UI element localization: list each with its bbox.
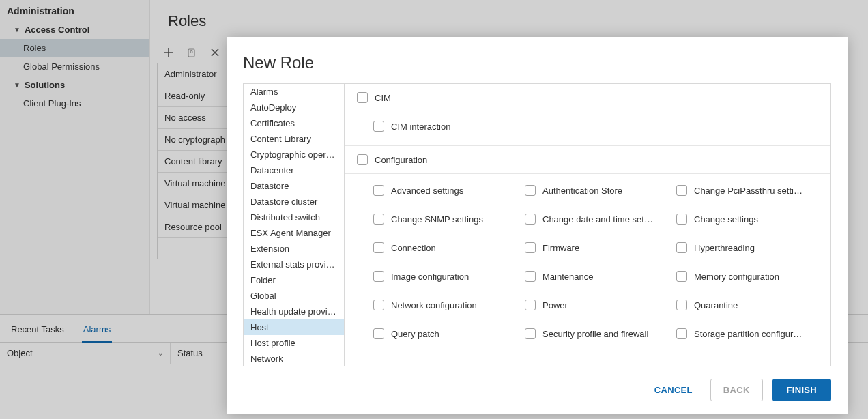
- permission-group-body: Advanced settingsAuthentication StoreCha…: [345, 174, 830, 356]
- checkbox[interactable]: [676, 328, 687, 339]
- checkbox[interactable]: [525, 242, 536, 253]
- category-item[interactable]: Certificates: [244, 115, 344, 131]
- permission-item[interactable]: Network configuration: [371, 293, 515, 317]
- category-item[interactable]: Datastore: [244, 178, 344, 194]
- checkbox[interactable]: [525, 328, 536, 339]
- back-button[interactable]: BACK: [710, 379, 763, 401]
- permission-label: Authentication Store: [542, 186, 622, 196]
- modal-title: New Role: [227, 37, 848, 78]
- modal-footer: CANCEL BACK FINISH: [227, 366, 848, 414]
- category-item[interactable]: ESX Agent Manager: [244, 225, 344, 241]
- permission-label: Image configuration: [391, 272, 469, 282]
- permission-item[interactable]: Authentication Store: [522, 178, 667, 203]
- button-label: FINISH: [787, 385, 817, 395]
- permission-item[interactable]: Query patch: [371, 321, 515, 346]
- checkbox[interactable]: [373, 121, 384, 132]
- finish-button[interactable]: FINISH: [772, 379, 831, 401]
- permission-item[interactable]: Power: [522, 293, 667, 317]
- category-item[interactable]: Datastore cluster: [244, 194, 344, 210]
- permission-label: Memory configuration: [694, 272, 779, 282]
- permission-label: Firmware: [542, 243, 579, 253]
- permission-group-body: CIM interaction: [345, 111, 830, 146]
- permission-group-label: CIM: [375, 93, 391, 103]
- permission-item[interactable]: Hyperthreading: [674, 235, 818, 260]
- category-item[interactable]: Cryptographic oper…: [244, 147, 344, 162]
- category-item[interactable]: Health update provi…: [244, 304, 344, 319]
- checkbox[interactable]: [525, 271, 536, 282]
- category-list[interactable]: AlarmsAutoDeployCertificatesContent Libr…: [244, 84, 345, 366]
- permission-label: Storage partition configur…: [694, 329, 802, 339]
- checkbox[interactable]: [373, 271, 384, 282]
- checkbox[interactable]: [525, 214, 536, 225]
- permissions-panel[interactable]: CIMCIM interactionConfigurationAdvanced …: [345, 84, 830, 366]
- button-label: CANCEL: [654, 385, 693, 395]
- new-role-modal: New Role AlarmsAutoDeployCertificatesCon…: [227, 37, 848, 414]
- permission-item[interactable]: Maintenance: [522, 264, 667, 289]
- permission-group-label: Configuration: [375, 155, 427, 165]
- permission-item[interactable]: Connection: [371, 235, 515, 260]
- checkbox[interactable]: [357, 92, 368, 103]
- modal-body: AlarmsAutoDeployCertificatesContent Libr…: [243, 83, 831, 366]
- checkbox[interactable]: [676, 271, 687, 282]
- permission-item[interactable]: Firmware: [522, 235, 667, 260]
- permission-item[interactable]: Change PciPassthru setti…: [674, 178, 818, 203]
- permission-item[interactable]: Change settings: [674, 207, 818, 231]
- checkbox[interactable]: [373, 300, 384, 310]
- checkbox[interactable]: [676, 214, 687, 225]
- category-item[interactable]: Host profile: [244, 335, 344, 351]
- permission-label: Connection: [391, 243, 436, 253]
- permission-label: CIM interaction: [391, 121, 450, 132]
- app-root: Administration ▼ Access Control Roles Gl…: [0, 0, 868, 419]
- checkbox[interactable]: [676, 300, 687, 310]
- category-item[interactable]: Distributed switch: [244, 210, 344, 225]
- checkbox[interactable]: [676, 185, 687, 196]
- checkbox[interactable]: [676, 242, 687, 253]
- permission-label: Change SNMP settings: [391, 214, 483, 225]
- category-item[interactable]: AutoDeploy: [244, 100, 344, 115]
- category-item[interactable]: Global: [244, 288, 344, 304]
- permission-item[interactable]: Quarantine: [674, 293, 818, 317]
- category-item[interactable]: Network: [244, 351, 344, 366]
- checkbox[interactable]: [373, 242, 384, 253]
- permission-item[interactable]: CIM interaction: [371, 114, 818, 139]
- permission-group-header[interactable]: CIM: [345, 84, 830, 111]
- permission-item[interactable]: Change SNMP settings: [371, 207, 515, 231]
- permission-label: Network configuration: [391, 300, 477, 310]
- category-item[interactable]: Folder: [244, 272, 344, 288]
- category-item[interactable]: Host: [244, 319, 344, 335]
- permission-item[interactable]: Change date and time set…: [522, 207, 667, 231]
- permission-label: Query patch: [391, 329, 439, 339]
- category-item[interactable]: Datacenter: [244, 162, 344, 178]
- permission-label: Change PciPassthru setti…: [694, 186, 802, 196]
- cancel-button[interactable]: CANCEL: [646, 379, 701, 401]
- permission-label: Change settings: [694, 214, 758, 225]
- category-item[interactable]: Alarms: [244, 84, 344, 100]
- checkbox[interactable]: [525, 185, 536, 196]
- category-item[interactable]: Content Library: [244, 131, 344, 147]
- permission-item[interactable]: Security profile and firewall: [522, 321, 667, 346]
- permission-item[interactable]: Storage partition configur…: [674, 321, 818, 346]
- permission-item[interactable]: Memory configuration: [674, 264, 818, 289]
- permission-label: Quarantine: [694, 300, 738, 310]
- permission-label: Power: [542, 300, 568, 310]
- permission-group-header[interactable]: Configuration: [345, 146, 830, 174]
- permission-label: Advanced settings: [391, 186, 463, 196]
- checkbox[interactable]: [373, 185, 384, 196]
- checkbox[interactable]: [373, 214, 384, 225]
- permission-label: Maintenance: [542, 272, 593, 282]
- permission-item[interactable]: Image configuration: [371, 264, 515, 289]
- permission-label: Security profile and firewall: [542, 329, 648, 339]
- button-label: BACK: [723, 385, 750, 395]
- category-item[interactable]: External stats provid…: [244, 257, 344, 272]
- checkbox[interactable]: [373, 328, 384, 339]
- permission-label: Hyperthreading: [694, 243, 755, 253]
- permission-label: Change date and time set…: [542, 214, 653, 225]
- permission-item[interactable]: Advanced settings: [371, 178, 515, 203]
- checkbox[interactable]: [525, 300, 536, 310]
- checkbox[interactable]: [357, 154, 368, 165]
- category-item[interactable]: Extension: [244, 241, 344, 257]
